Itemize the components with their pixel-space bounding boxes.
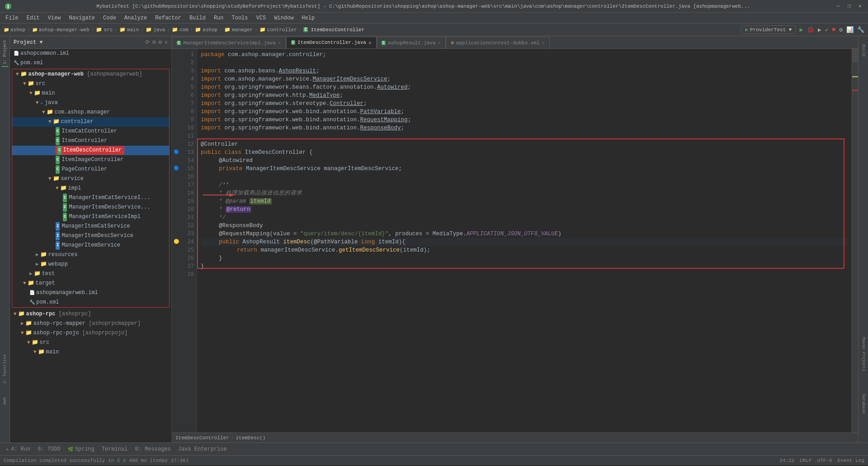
breadcrumb-src[interactable]: 📁 src [96, 27, 113, 33]
tree-item-itemimage[interactable]: C ItemImageController [12, 155, 169, 165]
menu-refactor[interactable]: Refactor [151, 14, 185, 22]
run-button[interactable]: ▶ [799, 26, 803, 33]
code-content[interactable]: package com.ashop.manager.controller; im… [197, 49, 852, 433]
menu-tools[interactable]: Tools [228, 14, 252, 22]
breadcrumb-itemdesc[interactable]: C ItemDescController [303, 27, 364, 33]
tree-item-mgr-itemservice-iface[interactable]: I ManagerItemService [12, 241, 169, 250]
tab-manageritemdesc[interactable]: C ManagerItemDescServiceImpl.java ✕ [172, 37, 286, 48]
tab-close-1[interactable]: ✕ [278, 40, 281, 46]
position-indicator[interactable]: 24:22 [779, 458, 794, 463]
tree-item-itemdesc[interactable]: C ItemDescController [12, 146, 169, 155]
project-panel-label[interactable]: 1: Project [2, 38, 8, 67]
breadcrumb-main[interactable]: 📁 main [119, 27, 139, 33]
breadcrumb-com[interactable]: 📁 com [172, 27, 189, 33]
menu-help[interactable]: Help [298, 14, 318, 22]
debug-button[interactable]: 🐞 [807, 26, 814, 33]
tree-item-rpcmapper[interactable]: ▶ 📁 ashop-rpc-mapper [ashoprpcmapper] [10, 319, 171, 328]
tree-item-test[interactable]: ▶ 📁 test [12, 269, 169, 279]
todo-tab[interactable]: 6: TODO [35, 444, 63, 454]
tree-item-controller[interactable]: ▼ 📁 controller [12, 117, 169, 127]
settings-icon[interactable]: ⚙ [159, 39, 162, 46]
menu-window[interactable]: Window [270, 14, 297, 22]
breadcrumb-ashop[interactable]: 📁 ashop [4, 27, 25, 33]
toolbar-btn-1[interactable]: ⚙ [839, 26, 843, 33]
tree-item-mgr-catservice[interactable]: C ManagerItemCatServiceI... [12, 193, 169, 203]
messages-tab[interactable]: 0: Messages [132, 444, 174, 454]
tree-item-manager-web[interactable]: ▼ 📁 ashop-manager-web [ashopmanagerweb] [12, 69, 169, 79]
editor-scrollbar[interactable] [852, 49, 858, 433]
tree-item-mgr-catservice-iface[interactable]: I ManagerItemCatService [12, 222, 169, 231]
build-panel-label[interactable]: Build [860, 43, 867, 58]
maven-projects-label[interactable]: Maven Projects [860, 335, 867, 373]
menu-vcs[interactable]: VCS [253, 14, 270, 22]
tree-item-rpcpojo[interactable]: ▼ 📁 ashop-rpc-pojo [ashoprpcpojo] [10, 328, 171, 338]
breadcrumb-controller-label[interactable]: ItemDescController [175, 435, 229, 441]
database-label[interactable]: Database [860, 392, 867, 415]
tree-item-service-folder[interactable]: ▼ 📁 service [12, 174, 169, 184]
line-ending[interactable]: CRLF [800, 458, 811, 463]
web-panel-label[interactable]: Web [2, 395, 8, 406]
tab-ashopresult[interactable]: C AshopResult.java ✕ [377, 37, 446, 48]
tree-item-ashoprpc[interactable]: ▼ 📁 ashop-rpc [ashoprpc] [10, 309, 171, 319]
tree-item-rpcsrc[interactable]: ▼ 📁 src [10, 338, 171, 347]
code-line-3: import com.ashop.beans.AshopResult; [201, 67, 848, 75]
close-panel-icon[interactable]: ✕ [165, 39, 168, 46]
java-enterprise-tab[interactable]: Java Enterprise [175, 444, 230, 454]
menu-view[interactable]: View [44, 14, 65, 22]
tab-close-3[interactable]: ✕ [438, 40, 441, 46]
breadcrumb-ashop2[interactable]: 📁 ashop [195, 27, 217, 33]
menu-file[interactable]: File [2, 14, 22, 22]
restore-button[interactable]: ❐ [844, 2, 854, 11]
terminal-tab[interactable]: Terminal [99, 444, 131, 454]
toolbar-btn-3[interactable]: 🔧 [857, 26, 864, 33]
tree-item-resources[interactable]: ▶ 📁 resources [12, 250, 169, 260]
tree-item-iml[interactable]: 📄 ashopmanagerweb.iml [12, 288, 169, 298]
collapse-icon[interactable]: ⊟ [152, 39, 156, 46]
tree-item-mgr-itemservice[interactable]: C ManagerItemServiceImpl [12, 212, 169, 222]
menu-analyze[interactable]: Analyze [121, 14, 151, 22]
tree-item-pom2[interactable]: 🔧 pom.xml [12, 298, 169, 307]
tree-item-comashop[interactable]: ▼ 📁 com.ashop.manager [12, 108, 169, 117]
encoding[interactable]: UTF-8 [817, 458, 832, 463]
tree-item-itemcat[interactable]: C ItemCatController [12, 127, 169, 136]
provider-test-dropdown[interactable]: ▶ ProviderTest ▼ [741, 25, 796, 34]
tree-item-main[interactable]: ▼ 📁 main [12, 89, 169, 98]
line-numbers: 12345 678910 1112131415 1617181920 21222… [181, 49, 197, 433]
run-with-coverage[interactable]: ▶ ✓ [818, 26, 828, 33]
tab-appcontext[interactable]: ⚙ applicationContext-dubbo.xml ✕ [446, 37, 550, 48]
menu-navigate[interactable]: Navigate [65, 14, 99, 22]
tree-item-mgr-descservice-iface[interactable]: I ManagerItemDescService [12, 231, 169, 241]
breadcrumb-itemdesc-method[interactable]: itemDesc() [236, 435, 265, 441]
event-log[interactable]: Event Log [838, 458, 864, 463]
breadcrumb-manager-web[interactable]: 📁 ashop-manager-web [32, 27, 90, 33]
breadcrumb-manager[interactable]: 📁 manager [224, 27, 253, 33]
tab-close-2[interactable]: ✕ [368, 40, 372, 46]
tree-item-rpcmain[interactable]: ▼ 📁 main [10, 347, 171, 357]
favorites-panel-label[interactable]: 2: Favorites [2, 352, 8, 385]
stop-button[interactable]: ■ [832, 26, 835, 33]
menu-code[interactable]: Code [99, 14, 120, 22]
tree-item-pom1[interactable]: 🔧 pom.xml [10, 58, 171, 68]
breadcrumb-controller[interactable]: 📁 controller [259, 27, 297, 33]
sync-icon[interactable]: ⟳ [145, 39, 150, 46]
tree-item-target[interactable]: ▼ 📁 target [12, 279, 169, 288]
tree-item-java[interactable]: ▼ ☕ java [12, 98, 169, 108]
tab-itemdesc[interactable]: C ItemDescController.java ✕ [286, 37, 377, 48]
close-button[interactable]: ✕ [855, 2, 864, 11]
tree-item-ashopcommon[interactable]: 📄 ashopcommon.iml [10, 49, 171, 58]
tree-item-page[interactable]: C PageController [12, 165, 169, 174]
tab-close-4[interactable]: ✕ [542, 40, 545, 46]
tree-item-src[interactable]: ▼ 📁 src [12, 79, 169, 89]
run-tab[interactable]: ▶ 4: Run [4, 444, 33, 454]
tree-item-mgr-descservice[interactable]: C ManagerItemDescService... [12, 203, 169, 212]
toolbar-btn-2[interactable]: 📊 [846, 26, 854, 33]
breadcrumb-java[interactable]: 📁 java [146, 27, 165, 33]
tree-item-impl-folder[interactable]: ▼ 📁 impl [12, 184, 169, 193]
tree-item-webapp[interactable]: ▶ 📁 webapp [12, 260, 169, 269]
minimize-button[interactable]: — [834, 2, 843, 11]
menu-run[interactable]: Run [210, 14, 227, 22]
menu-build[interactable]: Build [186, 14, 209, 22]
tree-item-item[interactable]: C ItemController [12, 136, 169, 146]
spring-tab[interactable]: 🌿 Spring [65, 444, 97, 454]
menu-edit[interactable]: Edit [23, 14, 43, 22]
